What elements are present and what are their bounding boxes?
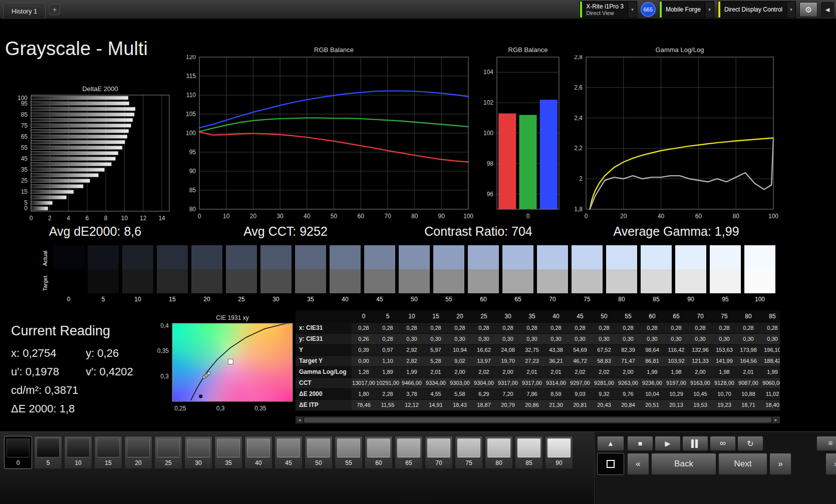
back-skip-button[interactable]: « — [627, 453, 649, 475]
chevron-down-icon[interactable]: ▼ — [786, 2, 795, 18]
svg-text:0: 0 — [585, 213, 588, 220]
pause-icon: ▌▌ — [691, 439, 699, 447]
play-icon: ▶ — [665, 439, 671, 447]
table-cell: 9,03 — [568, 388, 592, 399]
table-column-header-5[interactable]: 5 — [376, 310, 400, 322]
grayscale-swatch-0: 0 — [53, 245, 84, 303]
svg-text:0: 0 — [198, 213, 201, 220]
pattern-level-button-45[interactable]: 45 — [274, 436, 303, 469]
swatch-target-color — [364, 269, 395, 293]
loop-button[interactable]: ↻ — [737, 436, 763, 451]
pattern-level-button-30[interactable]: 30 — [184, 436, 212, 469]
source-selector[interactable]: Mobile Forge ▼ — [659, 1, 714, 18]
svg-text:0,25: 0,25 — [174, 405, 186, 412]
table-column-header-55[interactable]: 55 — [616, 310, 640, 322]
pattern-level-button-80[interactable]: 80 — [485, 436, 513, 469]
pattern-level-button-85[interactable]: 85 — [515, 436, 543, 469]
pattern-level-button-60[interactable]: 60 — [365, 436, 393, 469]
pattern-level-button-5[interactable]: 5 — [34, 436, 62, 469]
current-reading-xy: x: 0,2754 y: 0,26 — [11, 347, 133, 360]
table-column-header-70[interactable]: 70 — [688, 310, 712, 322]
pattern-level-label: 55 — [335, 459, 362, 466]
table-cell: 0,39 — [352, 344, 376, 355]
continuous-measure-button[interactable]: ∞ — [710, 436, 736, 451]
table-column-header-75[interactable]: 75 — [712, 310, 736, 322]
table-column-header-25[interactable]: 25 — [472, 310, 496, 322]
table-column-header-40[interactable]: 40 — [544, 310, 568, 322]
swatch-actual-color — [88, 245, 119, 269]
table-cell: 20,84 — [616, 399, 640, 410]
pattern-level-button-15[interactable]: 15 — [94, 436, 122, 469]
table-column-header-35[interactable]: 35 — [520, 310, 544, 322]
table-column-header-60[interactable]: 60 — [640, 310, 664, 322]
settings-gear-button[interactable]: ⚙ — [799, 2, 817, 17]
table-cell: 2,92 — [400, 344, 424, 355]
meter-count-badge[interactable]: 665 — [641, 2, 656, 17]
svg-text:15: 15 — [21, 188, 28, 195]
pattern-level-button-55[interactable]: 55 — [335, 436, 363, 469]
table-cell: 9334,00 — [424, 377, 448, 388]
pattern-swatch — [517, 438, 540, 457]
add-tab-button[interactable]: + — [49, 4, 60, 15]
pattern-level-button-10[interactable]: 10 — [64, 436, 92, 469]
next-button[interactable]: Next — [718, 453, 767, 475]
next-skip-button[interactable]: » — [769, 453, 791, 475]
pattern-level-button-70[interactable]: 70 — [425, 436, 453, 469]
table-column-header-30[interactable]: 30 — [496, 310, 520, 322]
table-cell: 2,02 — [592, 366, 616, 377]
table-column-header-45[interactable]: 45 — [568, 310, 592, 322]
table-column-header-85[interactable]: 85 — [760, 310, 780, 322]
table-cell: 0,28 — [352, 322, 376, 333]
play-button[interactable]: ▶ — [655, 436, 681, 451]
scrollbar-thumb[interactable] — [304, 417, 771, 422]
pattern-level-button-35[interactable]: 35 — [214, 436, 242, 469]
table-cell: 10,94 — [448, 344, 472, 355]
table-column-header-80[interactable]: 80 — [736, 310, 760, 322]
tab-history-1[interactable]: History 1 — [3, 3, 46, 19]
chevron-down-icon[interactable]: ▼ — [705, 2, 714, 18]
pattern-level-button-25[interactable]: 25 — [154, 436, 182, 469]
pattern-level-button-50[interactable]: 50 — [305, 436, 333, 469]
pattern-level-label: 60 — [365, 459, 392, 466]
swatch-target-color — [502, 269, 533, 293]
pattern-level-button-90[interactable]: 90 — [545, 436, 573, 469]
svg-text:8: 8 — [104, 215, 108, 222]
table-cell: 2,01 — [736, 366, 760, 377]
chevron-down-icon[interactable]: ▼ — [628, 2, 637, 18]
grayscale-swatch-50: 50 — [399, 245, 430, 303]
meter-selector[interactable]: X-Rite i1Pro 3 Direct View ▼ — [580, 1, 637, 18]
table-horizontal-scrollbar[interactable]: ◄ ► — [296, 416, 780, 423]
next-skip-edge-button[interactable]: » — [825, 453, 836, 475]
deltae-bar-chart: DeltaE 200002468101214100958575655545352… — [9, 85, 179, 224]
table-column-header-15[interactable]: 15 — [424, 310, 448, 322]
svg-text:10: 10 — [223, 213, 230, 220]
toolbar-edge-button[interactable]: ≡ — [816, 436, 836, 451]
svg-text:65: 65 — [21, 133, 28, 140]
scroll-up-button[interactable]: ▲ — [597, 436, 624, 451]
table-cell: 2,82 — [400, 355, 424, 366]
swatch-actual-color — [433, 245, 464, 269]
pattern-window-button[interactable] — [597, 453, 624, 475]
pause-button[interactable]: ▌▌ — [682, 436, 708, 451]
stop-button[interactable]: ■ — [627, 436, 653, 451]
collapse-panel-button[interactable]: ◀ — [821, 2, 834, 17]
scroll-left-arrow[interactable]: ◄ — [296, 417, 303, 423]
svg-text:80: 80 — [733, 213, 740, 220]
table-column-header-65[interactable]: 65 — [664, 310, 688, 322]
pattern-level-button-75[interactable]: 75 — [455, 436, 483, 469]
pattern-level-button-40[interactable]: 40 — [244, 436, 272, 469]
table-column-header-50[interactable]: 50 — [592, 310, 616, 322]
back-button[interactable]: Back — [651, 453, 716, 475]
pattern-level-button-0[interactable]: 0 — [4, 436, 32, 469]
table-row-label: ΔE 2000 — [296, 388, 352, 399]
table-column-header-0[interactable]: 0 — [352, 310, 376, 322]
pattern-level-button-20[interactable]: 20 — [124, 436, 152, 469]
table-column-header-20[interactable]: 20 — [448, 310, 472, 322]
table-column-header-10[interactable]: 10 — [400, 310, 424, 322]
pattern-level-button-65[interactable]: 65 — [395, 436, 423, 469]
svg-text:100: 100 — [186, 130, 196, 137]
display-control-selector[interactable]: Direct Display Control ▼ — [718, 1, 796, 18]
swatch-actual-color — [744, 245, 775, 269]
swatch-actual-color — [226, 245, 257, 269]
scroll-right-arrow[interactable]: ► — [772, 417, 779, 423]
